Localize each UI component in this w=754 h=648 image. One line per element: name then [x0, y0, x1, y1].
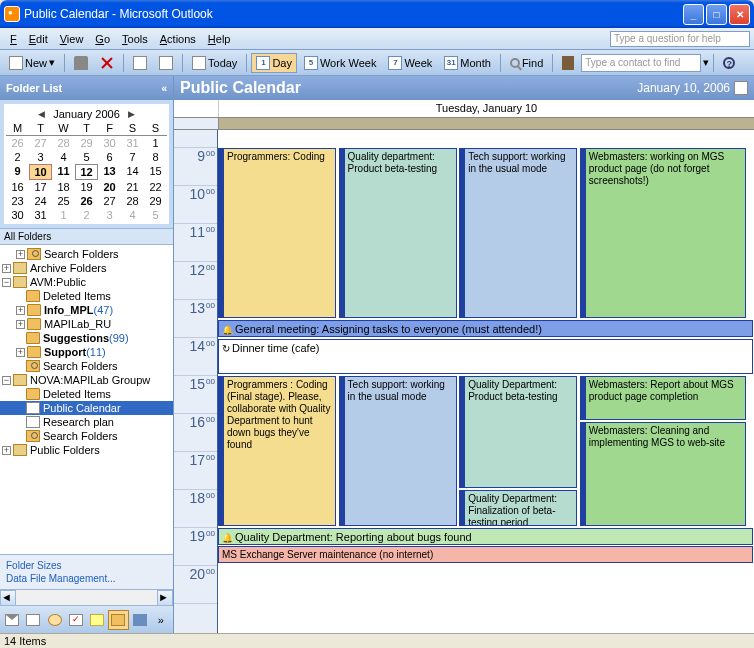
appt-programmers-2[interactable]: Programmers : Coding (Final stage). Plea…: [218, 376, 336, 526]
folder-hscroll[interactable]: ◄►: [0, 589, 173, 605]
delete-button[interactable]: [95, 53, 119, 73]
toolbar: New ▾ Today 1Day 5Work Week 7Week 31Mont…: [0, 50, 754, 76]
cal-icon2-button[interactable]: [154, 53, 178, 73]
nav-configure-button[interactable]: »: [151, 610, 171, 630]
menu-edit[interactable]: Edit: [23, 31, 54, 47]
appt-web-1[interactable]: Webmasters: working on MGS product page …: [580, 148, 746, 318]
nav-contacts-button[interactable]: [45, 610, 65, 630]
appt-programmers-1[interactable]: Programmers: Coding: [218, 148, 336, 318]
nav-notes-button[interactable]: [87, 610, 107, 630]
appt-dinner[interactable]: ↻Dinner time (cafe): [218, 339, 753, 374]
new-button[interactable]: New ▾: [4, 53, 60, 73]
month-label[interactable]: January 2006: [53, 108, 120, 120]
nav-calendar-button[interactable]: [23, 610, 43, 630]
menu-bar: F Edit View Go Tools Actions Help: [0, 28, 754, 50]
day-view-button[interactable]: 1Day: [251, 53, 297, 73]
collapse-icon[interactable]: «: [161, 83, 167, 94]
menu-help[interactable]: Help: [202, 31, 237, 47]
tree-public-folders[interactable]: +Public Folders: [0, 443, 173, 457]
time-gutter: 900 1000 1100 1200 1300 1400 1500 1600 1…: [174, 130, 218, 633]
folder-list-header: Folder List«: [0, 76, 173, 100]
menu-tools[interactable]: Tools: [116, 31, 154, 47]
menu-view[interactable]: View: [54, 31, 90, 47]
tree-research-plan[interactable]: Research plan: [0, 415, 173, 429]
nav-tasks-button[interactable]: [66, 610, 86, 630]
window-title: Public Calendar - Microsoft Outlook: [24, 7, 683, 21]
calendar-view: Public Calendar January 10, 2006 Tuesday…: [174, 76, 754, 633]
tree-search-folders-3[interactable]: Search Folders: [0, 429, 173, 443]
menu-actions[interactable]: Actions: [154, 31, 202, 47]
appt-quality-2[interactable]: Quality Department: Product beta-testing: [459, 376, 577, 488]
maximize-button[interactable]: □: [706, 4, 727, 25]
nav-mail-button[interactable]: [2, 610, 22, 630]
find-button[interactable]: Find: [505, 53, 548, 73]
folder-list-panel: Folder List« ◀ January 2006 ▶ MTWTFSS 26…: [0, 76, 174, 633]
tree-info-mpl[interactable]: +Info_MPL (47): [0, 303, 173, 317]
time-grid[interactable]: 900 1000 1100 1200 1300 1400 1500 1600 1…: [174, 130, 754, 633]
tree-support[interactable]: +Support (11): [0, 345, 173, 359]
prev-month-button[interactable]: ◀: [38, 109, 45, 119]
appt-web-3[interactable]: Webmasters: Cleaning and implementing MG…: [580, 422, 746, 526]
outlook-icon: [4, 6, 20, 22]
data-file-mgmt-link[interactable]: Data File Management...: [6, 572, 167, 585]
close-button[interactable]: ✕: [729, 4, 750, 25]
tree-archive-folders[interactable]: +Archive Folders: [0, 261, 173, 275]
tree-avm-public[interactable]: −AVM:Public: [0, 275, 173, 289]
appt-quality-1[interactable]: Quality department: Product beta-testing: [339, 148, 457, 318]
calendar-days[interactable]: 2627282930311 2345678 9101112131415 1617…: [6, 136, 167, 222]
folder-sizes-link[interactable]: Folder Sizes: [6, 559, 167, 572]
address-book-button[interactable]: [557, 53, 579, 73]
minimize-button[interactable]: _: [683, 4, 704, 25]
title-bar: Public Calendar - Microsoft Outlook _ □ …: [0, 0, 754, 28]
item-count: 14 Items: [4, 635, 46, 647]
cal-icon-button[interactable]: [128, 53, 152, 73]
menu-file[interactable]: F: [4, 31, 23, 47]
help-button[interactable]: ?: [718, 53, 740, 73]
month-view-button[interactable]: 31Month: [439, 53, 496, 73]
help-search-input[interactable]: [610, 31, 750, 47]
tree-mapilab-ru[interactable]: +MAPILab_RU: [0, 317, 173, 331]
appt-qd-report[interactable]: 🔔Quality Department: Reporting about bug…: [218, 528, 753, 545]
appt-ms-exchange[interactable]: MS Exchange Server maintenance (no inter…: [218, 546, 753, 563]
tree-suggestions[interactable]: Suggestions (99): [0, 331, 173, 345]
status-bar: 14 Items: [0, 633, 754, 648]
workweek-view-button[interactable]: 5Work Week: [299, 53, 381, 73]
tree-deleted-items-2[interactable]: Deleted Items: [0, 387, 173, 401]
calendar-header: Public Calendar January 10, 2006: [174, 76, 754, 100]
appt-web-2[interactable]: Webmasters: Report about MGS product pag…: [580, 376, 746, 420]
calendar-icon: [734, 81, 748, 95]
appt-quality-3[interactable]: Quality Department: Finalization of beta…: [459, 490, 577, 526]
folder-tree: +Search Folders +Archive Folders −AVM:Pu…: [0, 245, 173, 554]
tree-public-calendar[interactable]: Public Calendar: [0, 401, 173, 415]
nav-strip: »: [0, 605, 173, 633]
all-day-row[interactable]: [174, 118, 754, 130]
nav-shortcuts-button[interactable]: [130, 610, 150, 630]
nav-folder-list-button[interactable]: [108, 610, 128, 630]
tree-deleted-items[interactable]: Deleted Items: [0, 289, 173, 303]
tree-search-folders[interactable]: +Search Folders: [0, 247, 173, 261]
tree-search-folders-2[interactable]: Search Folders: [0, 359, 173, 373]
today-button[interactable]: Today: [187, 53, 242, 73]
all-folders-header: All Folders: [0, 228, 173, 245]
next-month-button[interactable]: ▶: [128, 109, 135, 119]
menu-go[interactable]: Go: [89, 31, 116, 47]
tree-nova-mapilab[interactable]: −NOVA:MAPILab Groupw: [0, 373, 173, 387]
day-header: Tuesday, January 10: [174, 100, 754, 118]
appt-tech-2[interactable]: Tech support: working in the usual mode: [339, 376, 457, 526]
appt-general-meeting[interactable]: 🔔General meeting: Assigning tasks to eve…: [218, 320, 753, 337]
print-button[interactable]: [69, 53, 93, 73]
day-of-week-header: MTWTFSS: [6, 122, 167, 136]
contact-search-input[interactable]: [581, 54, 701, 72]
week-view-button[interactable]: 7Week: [383, 53, 437, 73]
folder-links: Folder Sizes Data File Management...: [0, 554, 173, 589]
date-navigator: ◀ January 2006 ▶ MTWTFSS 2627282930311 2…: [4, 104, 169, 224]
appt-tech-1[interactable]: Tech support: working in the usual mode: [459, 148, 577, 318]
day-column[interactable]: Programmers: Coding Quality department: …: [218, 130, 754, 633]
